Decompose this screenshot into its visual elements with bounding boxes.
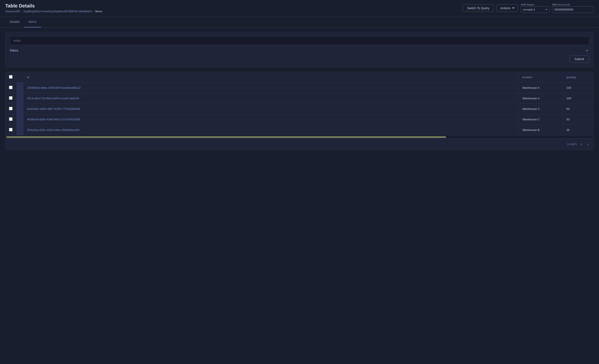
row-checkbox-cell [6,125,17,135]
aws-account-area: AWS Account ID [552,3,594,13]
row-id[interactable]: 52c2caff-e71d-4bca-8d34-ccea57ab8104 [24,93,519,104]
row-quantity: 100 [563,83,593,93]
row-location: Warehouse C [519,114,563,125]
table-row: fad10dd1-e963-4867-9239-777fd189b5e6 War… [6,104,593,114]
table-row: 463f8a4f-b838-4398-94d3-a7c079303049 War… [6,114,593,125]
horizontal-scrollbar[interactable] [6,135,593,139]
filter-panel: Filters + Submit [5,32,594,68]
chevron-down-icon [512,8,514,9]
row-checkbox[interactable] [9,96,13,100]
row-checkbox[interactable] [9,107,13,110]
add-filter-button[interactable]: + [585,48,589,53]
pagination-next-button[interactable]: › [586,141,590,147]
divider-th [17,72,24,83]
breadcrumb-sep2: / [93,10,94,13]
th-quantity: quantity [563,72,593,83]
filters-label: Filters [10,49,18,52]
table-row: 85fac9ca-62b1-4416-a9ee-2f33e69ecb50 War… [6,125,593,135]
tabs-bar: Details Items [0,16,599,27]
index-input[interactable] [10,36,589,45]
breadcrumb-current: Items [95,10,102,13]
row-id[interactable]: fad10dd1-e963-4867-9239-777fd189b5e6 [24,104,519,114]
row-checkbox-cell [6,114,17,125]
breadcrumb-sep1: / [21,10,22,13]
row-checkbox-cell [6,104,17,114]
select-all-header [6,72,17,83]
submit-button[interactable]: Submit [569,55,589,63]
row-checkbox-cell [6,93,17,104]
main-content: Filters + Submit id location quantity [0,27,599,154]
table-row: 200406a0-de8a-4269-8cf9-5acb0ba86a23 War… [6,83,593,93]
table-footer: 1-5 of 5 ‹ › [6,139,593,150]
table-panel: id location quantity 200406a0-de8a-4269-… [5,72,594,150]
scrollbar-thumb [6,136,446,138]
filter-panel-footer: Submit [10,55,589,63]
table-row: 52c2caff-e71d-4bca-8d34-ccea57ab8104 War… [6,93,593,104]
aws-region-selector: AWS Region us-east-1 us-east-2 us-west-1… [521,3,549,13]
row-checkbox[interactable] [9,128,13,131]
row-location: Warehouse A [519,83,563,93]
row-quantity: 25 [563,125,593,135]
row-quantity: 50 [563,104,593,114]
aws-region-label: AWS Region [521,3,549,6]
switch-to-query-button[interactable]: Switch To Query [462,4,494,12]
page-header: Table Details DynamoDB / SqsBlogStack-In… [0,0,599,16]
row-divider [17,125,24,135]
header-controls: Switch To Query Actions AWS Region us-ea… [462,3,594,13]
aws-account-label: AWS Account ID [552,3,594,6]
aws-region-select[interactable]: us-east-1 us-east-2 us-west-1 us-west-2 … [521,6,549,13]
row-location: Warehouse B [519,125,563,135]
row-quantity: 100 [563,93,593,104]
pagination-prev-button[interactable]: ‹ [580,141,583,147]
tab-items[interactable]: Items [24,16,41,27]
row-id[interactable]: 200406a0-de8a-4269-8cf9-5acb0ba86a23 [24,83,519,93]
breadcrumb: DynamoDB / SqsBlogStack-InventoryUpdates… [5,10,459,13]
filters-row: Filters + [10,48,589,53]
breadcrumb-dynamodb[interactable]: DynamoDB [5,10,20,13]
row-checkbox[interactable] [9,117,13,121]
select-all-checkbox[interactable] [9,75,13,79]
row-id[interactable]: 463f8a4f-b838-4398-94d3-a7c079303049 [24,114,519,125]
tab-details[interactable]: Details [5,16,24,27]
aws-account-input[interactable] [552,6,594,13]
actions-label: Actions [500,6,511,10]
actions-button[interactable]: Actions [497,4,518,12]
data-table: id location quantity 200406a0-de8a-4269-… [6,72,593,135]
row-id[interactable]: 85fac9ca-62b1-4416-a9ee-2f33e69ecb50 [24,125,519,135]
aws-region-select-wrapper: us-east-1 us-east-2 us-west-1 us-west-2 … [521,6,549,13]
row-location: Warehouse C [519,104,563,114]
page-title: Table Details [5,3,459,9]
row-divider [17,83,24,93]
row-quantity: 50 [563,114,593,125]
row-divider [17,114,24,125]
row-checkbox[interactable] [9,86,13,89]
row-divider [17,93,24,104]
row-checkbox-cell [6,83,17,93]
row-location: Warehouse A [519,93,563,104]
pagination-info: 1-5 of 5 [567,143,577,146]
th-id: id [24,72,519,83]
title-area: Table Details DynamoDB / SqsBlogStack-In… [5,3,459,13]
row-divider [17,104,24,114]
breadcrumb-table[interactable]: SqsBlogStack-InventoryUpdates8C5B878A-8e… [23,10,92,13]
scrollbar-track [6,136,593,138]
th-location: location [519,72,563,83]
